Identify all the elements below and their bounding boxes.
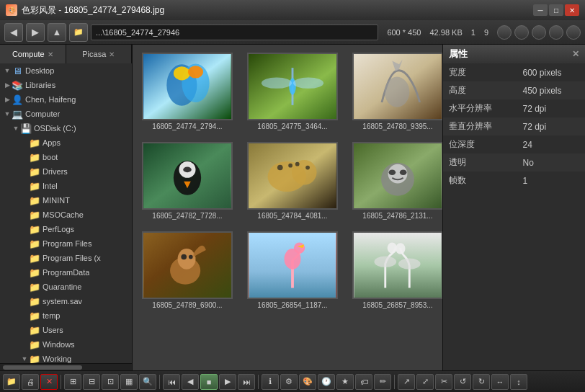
statusbar-btn-tag[interactable]: 🏷 [355,374,372,390]
tree-item-osdisk[interactable]: ▼ 💾 OSDisk (C:) [0,121,132,135]
thumb-item-8[interactable]: 16805_26854_1187... [242,228,343,313]
tree-item-msocache[interactable]: 📁 MSOCache [0,208,132,222]
statusbar-btn-folder[interactable]: 📁 [3,374,20,390]
svg-rect-36 [354,233,442,298]
statusbar-btn-next[interactable]: ⏭ [238,374,255,390]
tree-item-systemsav[interactable]: 📁 system.sav [0,294,132,308]
tree-item-quarantine[interactable]: 📁 Quarantine [0,280,132,294]
tree-item-programdata[interactable]: 📁 ProgramData [0,265,132,280]
statusbar-btn-clock[interactable]: 🕐 [318,374,335,390]
circle-btn-2[interactable] [514,25,529,40]
thumb-item-2[interactable]: 16805_24775_3464... [242,49,343,134]
msocache-icon: 📁 [29,209,40,220]
circle-btn-4[interactable] [549,25,563,40]
tree-item-libraries[interactable]: ▶ 📚 Libraries [0,78,132,92]
statusbar-btn-grid1[interactable]: ⊞ [64,374,81,390]
thumb-item-4[interactable]: 16805_24782_7728... [137,138,238,223]
statusbar-btn-mirror-v[interactable]: ↕ [510,374,527,390]
forward-button[interactable]: ▶ [26,23,45,42]
circle-btn-3[interactable] [532,25,546,40]
folder-icon-btn[interactable]: 📁 [69,23,88,42]
sidebar-scrollbar-h[interactable] [0,363,132,370]
thumb-item-7[interactable]: 16805_24789_6900... [137,228,238,313]
props-val-transparent: No [517,153,586,172]
thumb-item-5[interactable]: 16805_24784_4081... [242,138,343,223]
tree-item-boot[interactable]: 📁 boot [0,150,132,164]
statusbar-btn-stop[interactable]: ■ [200,374,218,390]
statusbar-btn-grid2[interactable]: ⊟ [83,374,100,390]
tree-item-apps[interactable]: 📁 Apps [0,135,132,150]
props-close-button[interactable]: ✕ [572,49,579,59]
toolbar-circles [497,25,581,40]
path-bar[interactable]: ...\16805_24774_27946 [91,24,378,40]
statusbar-btn-settings[interactable]: ⚙ [280,374,298,390]
msocache-label: MSOCache [43,210,84,219]
tree-item-chen[interactable]: ▶ 👤 Chen, Haifeng [0,92,132,107]
users-label: Users [43,326,63,334]
statusbar-btn-share[interactable]: ↗ [398,374,415,390]
props-header: 属性 ✕ [443,45,585,63]
statusbar-btn-prev[interactable]: ⏮ [163,374,180,390]
statusbar-btn-rotate-r[interactable]: ↻ [473,374,490,390]
tree-item-desktop[interactable]: ▼ 🖥 Desktop [0,63,132,78]
systemsav-icon: 📁 [29,295,40,307]
thumb-item-9[interactable]: 16805_26857_8953... [347,228,442,313]
thumb-label-6: 16805_24786_2131... [351,212,442,220]
tree-item-windows[interactable]: 📁 Windows [0,337,132,352]
tab1-close[interactable]: ✕ [48,50,53,58]
tab-computer[interactable]: Compute ✕ [0,45,66,63]
circle-btn-5[interactable] [566,25,581,40]
statusbar-btn-resize[interactable]: ⤢ [416,374,434,390]
maximize-button[interactable]: □ [549,4,563,16]
tab2-close[interactable]: ✕ [109,50,115,58]
statusbar-btn-edit[interactable]: ✏ [374,374,391,390]
statusbar-btn-rev[interactable]: ◀ [182,374,199,390]
statusbar-btn-delete[interactable]: ✕ [40,374,58,390]
tree-item-minint[interactable]: 📁 MININT [0,193,132,208]
statusbar-btn-palette[interactable]: 🎨 [299,374,316,390]
statusbar-btn-play[interactable]: ▶ [219,374,236,390]
back-button[interactable]: ◀ [4,23,23,42]
statusbar-btn-zoom[interactable]: 🔍 [139,374,156,390]
thumb-image-4 [142,142,233,210]
expand-libraries: ▶ [3,81,12,89]
statusbar-btn-star[interactable]: ★ [336,374,354,390]
props-row-height: 高度 450 pixels [443,81,585,99]
tree-item-computer[interactable]: ▼ 💻 Computer [0,107,132,121]
statusbar-btn-grid4[interactable]: ▦ [120,374,138,390]
tree-item-programfiles[interactable]: 📁 Program Files [0,236,132,251]
tree-item-working[interactable]: ▼ 📁 Working [0,352,132,363]
statusbar-btn-rotate-l[interactable]: ↺ [454,374,471,390]
statusbar-btn-info[interactable]: ℹ [262,374,279,390]
svg-point-20 [288,164,292,168]
statusbar-btn-crop[interactable]: ✂ [435,374,452,390]
minimize-button[interactable]: ─ [533,4,548,16]
thumb-item-6[interactable]: 16805_24786_2131... [347,138,442,223]
tree-item-drivers[interactable]: 📁 Drivers [0,164,132,179]
tab-picasa[interactable]: Picasa ✕ [66,45,133,63]
svg-point-11 [385,77,409,107]
svg-point-31 [181,254,187,260]
close-button[interactable]: ✕ [565,4,579,16]
statusbar-btn-print[interactable]: 🖨 [22,374,39,390]
sep4 [394,375,395,389]
properties-panel: 属性 ✕ 宽度 600 pixels 高度 450 pixels 水平分辨率 7… [442,45,585,370]
thumb-item-3[interactable]: 16805_24780_9395... [347,49,442,134]
num1-label: 1 [471,28,475,37]
working-label: Working [43,355,71,363]
sidebar-tree[interactable]: ▼ 🖥 Desktop ▶ 📚 Libraries ▶ 👤 Chen, Haif… [0,63,132,363]
tree-item-programfilesx[interactable]: 📁 Program Files (x [0,251,132,265]
thumb-image-6 [352,142,442,210]
tree-item-temp[interactable]: 📁 temp [0,308,132,323]
tree-item-perflogs[interactable]: 📁 PerfLogs [0,222,132,236]
tree-item-intel[interactable]: 📁 Intel [0,179,132,193]
up-button[interactable]: ▲ [48,23,66,42]
sidebar: Compute ✕ Picasa ✕ ▼ 🖥 Desktop ▶ 📚 Libra… [0,45,133,370]
thumb-item-1[interactable]: 16805_24774_2794... [137,49,238,134]
statusbar-btn-mirror-h[interactable]: ↔ [491,374,509,390]
title-bar: 🎨 色彩风景 - 16805_24774_279468.jpg ─ □ ✕ [0,0,585,20]
tree-item-users[interactable]: 📁 Users [0,323,132,337]
statusbar-btn-grid3[interactable]: ⊡ [102,374,119,390]
circle-btn-1[interactable] [497,25,512,40]
props-key-transparent: 透明 [443,153,517,172]
